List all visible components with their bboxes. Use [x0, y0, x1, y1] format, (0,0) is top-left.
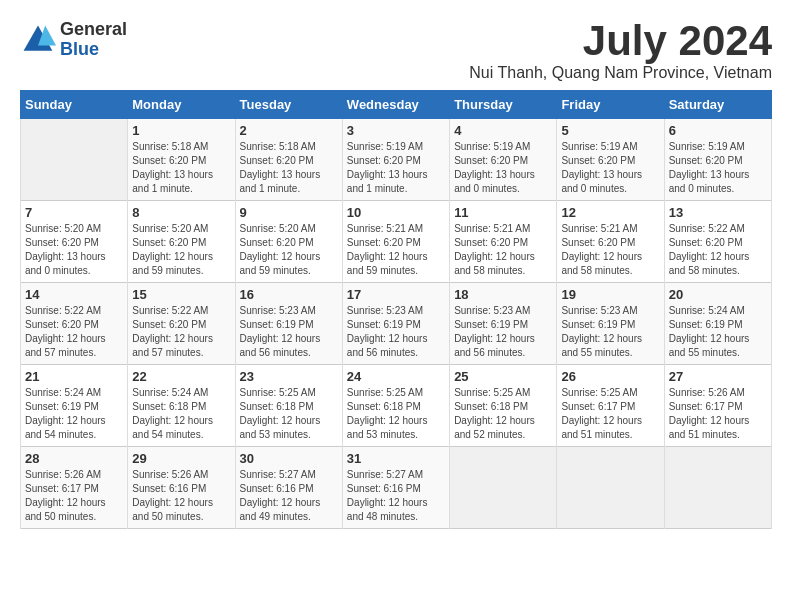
day-info: Sunrise: 5:21 AMSunset: 6:20 PMDaylight:… — [561, 222, 659, 278]
calendar-day-cell: 26Sunrise: 5:25 AMSunset: 6:17 PMDayligh… — [557, 365, 664, 447]
weekday-header: Tuesday — [235, 91, 342, 119]
calendar-week-row: 1Sunrise: 5:18 AMSunset: 6:20 PMDaylight… — [21, 119, 772, 201]
calendar-day-cell — [664, 447, 771, 529]
weekday-header: Wednesday — [342, 91, 449, 119]
day-info: Sunrise: 5:20 AMSunset: 6:20 PMDaylight:… — [240, 222, 338, 278]
day-info: Sunrise: 5:24 AMSunset: 6:18 PMDaylight:… — [132, 386, 230, 442]
day-number: 4 — [454, 123, 552, 138]
day-info: Sunrise: 5:19 AMSunset: 6:20 PMDaylight:… — [347, 140, 445, 196]
day-number: 30 — [240, 451, 338, 466]
day-info: Sunrise: 5:26 AMSunset: 6:16 PMDaylight:… — [132, 468, 230, 524]
day-number: 15 — [132, 287, 230, 302]
logo: General Blue — [20, 20, 127, 60]
day-info: Sunrise: 5:24 AMSunset: 6:19 PMDaylight:… — [25, 386, 123, 442]
day-info: Sunrise: 5:18 AMSunset: 6:20 PMDaylight:… — [240, 140, 338, 196]
calendar-day-cell: 19Sunrise: 5:23 AMSunset: 6:19 PMDayligh… — [557, 283, 664, 365]
day-info: Sunrise: 5:20 AMSunset: 6:20 PMDaylight:… — [132, 222, 230, 278]
logo-blue: Blue — [60, 40, 127, 60]
day-number: 6 — [669, 123, 767, 138]
day-number: 7 — [25, 205, 123, 220]
calendar-table: SundayMondayTuesdayWednesdayThursdayFrid… — [20, 90, 772, 529]
calendar-day-cell: 14Sunrise: 5:22 AMSunset: 6:20 PMDayligh… — [21, 283, 128, 365]
calendar-day-cell: 13Sunrise: 5:22 AMSunset: 6:20 PMDayligh… — [664, 201, 771, 283]
calendar-day-cell: 7Sunrise: 5:20 AMSunset: 6:20 PMDaylight… — [21, 201, 128, 283]
logo-icon — [20, 22, 56, 58]
calendar-day-cell: 18Sunrise: 5:23 AMSunset: 6:19 PMDayligh… — [450, 283, 557, 365]
weekday-header: Sunday — [21, 91, 128, 119]
day-number: 10 — [347, 205, 445, 220]
day-info: Sunrise: 5:26 AMSunset: 6:17 PMDaylight:… — [669, 386, 767, 442]
calendar-day-cell — [557, 447, 664, 529]
weekday-header: Thursday — [450, 91, 557, 119]
calendar-day-cell: 15Sunrise: 5:22 AMSunset: 6:20 PMDayligh… — [128, 283, 235, 365]
calendar-week-row: 21Sunrise: 5:24 AMSunset: 6:19 PMDayligh… — [21, 365, 772, 447]
day-number: 22 — [132, 369, 230, 384]
day-info: Sunrise: 5:19 AMSunset: 6:20 PMDaylight:… — [669, 140, 767, 196]
calendar-body: 1Sunrise: 5:18 AMSunset: 6:20 PMDaylight… — [21, 119, 772, 529]
day-info: Sunrise: 5:21 AMSunset: 6:20 PMDaylight:… — [454, 222, 552, 278]
weekday-header: Saturday — [664, 91, 771, 119]
day-number: 31 — [347, 451, 445, 466]
logo-text: General Blue — [60, 20, 127, 60]
day-info: Sunrise: 5:22 AMSunset: 6:20 PMDaylight:… — [25, 304, 123, 360]
calendar-week-row: 7Sunrise: 5:20 AMSunset: 6:20 PMDaylight… — [21, 201, 772, 283]
day-info: Sunrise: 5:23 AMSunset: 6:19 PMDaylight:… — [454, 304, 552, 360]
weekday-header: Monday — [128, 91, 235, 119]
calendar-day-cell — [21, 119, 128, 201]
calendar-week-row: 14Sunrise: 5:22 AMSunset: 6:20 PMDayligh… — [21, 283, 772, 365]
calendar-day-cell: 12Sunrise: 5:21 AMSunset: 6:20 PMDayligh… — [557, 201, 664, 283]
calendar-day-cell: 8Sunrise: 5:20 AMSunset: 6:20 PMDaylight… — [128, 201, 235, 283]
day-number: 13 — [669, 205, 767, 220]
calendar-week-row: 28Sunrise: 5:26 AMSunset: 6:17 PMDayligh… — [21, 447, 772, 529]
day-info: Sunrise: 5:23 AMSunset: 6:19 PMDaylight:… — [561, 304, 659, 360]
calendar-day-cell: 29Sunrise: 5:26 AMSunset: 6:16 PMDayligh… — [128, 447, 235, 529]
calendar-day-cell: 30Sunrise: 5:27 AMSunset: 6:16 PMDayligh… — [235, 447, 342, 529]
day-number: 29 — [132, 451, 230, 466]
day-info: Sunrise: 5:24 AMSunset: 6:19 PMDaylight:… — [669, 304, 767, 360]
calendar-day-cell: 22Sunrise: 5:24 AMSunset: 6:18 PMDayligh… — [128, 365, 235, 447]
calendar-day-cell: 17Sunrise: 5:23 AMSunset: 6:19 PMDayligh… — [342, 283, 449, 365]
day-number: 9 — [240, 205, 338, 220]
calendar-day-cell: 31Sunrise: 5:27 AMSunset: 6:16 PMDayligh… — [342, 447, 449, 529]
day-info: Sunrise: 5:18 AMSunset: 6:20 PMDaylight:… — [132, 140, 230, 196]
day-info: Sunrise: 5:25 AMSunset: 6:18 PMDaylight:… — [240, 386, 338, 442]
day-number: 2 — [240, 123, 338, 138]
calendar-day-cell: 10Sunrise: 5:21 AMSunset: 6:20 PMDayligh… — [342, 201, 449, 283]
calendar-day-cell: 2Sunrise: 5:18 AMSunset: 6:20 PMDaylight… — [235, 119, 342, 201]
calendar-day-cell: 23Sunrise: 5:25 AMSunset: 6:18 PMDayligh… — [235, 365, 342, 447]
calendar-header: SundayMondayTuesdayWednesdayThursdayFrid… — [21, 91, 772, 119]
page-header: General Blue July 2024 Nui Thanh, Quang … — [20, 20, 772, 82]
day-number: 19 — [561, 287, 659, 302]
day-number: 24 — [347, 369, 445, 384]
day-info: Sunrise: 5:21 AMSunset: 6:20 PMDaylight:… — [347, 222, 445, 278]
calendar-day-cell: 27Sunrise: 5:26 AMSunset: 6:17 PMDayligh… — [664, 365, 771, 447]
calendar-day-cell: 28Sunrise: 5:26 AMSunset: 6:17 PMDayligh… — [21, 447, 128, 529]
day-info: Sunrise: 5:22 AMSunset: 6:20 PMDaylight:… — [132, 304, 230, 360]
calendar-day-cell: 6Sunrise: 5:19 AMSunset: 6:20 PMDaylight… — [664, 119, 771, 201]
day-info: Sunrise: 5:19 AMSunset: 6:20 PMDaylight:… — [561, 140, 659, 196]
day-number: 17 — [347, 287, 445, 302]
day-info: Sunrise: 5:25 AMSunset: 6:18 PMDaylight:… — [454, 386, 552, 442]
day-number: 12 — [561, 205, 659, 220]
day-number: 23 — [240, 369, 338, 384]
day-number: 8 — [132, 205, 230, 220]
calendar-day-cell: 25Sunrise: 5:25 AMSunset: 6:18 PMDayligh… — [450, 365, 557, 447]
calendar-day-cell: 21Sunrise: 5:24 AMSunset: 6:19 PMDayligh… — [21, 365, 128, 447]
weekday-row: SundayMondayTuesdayWednesdayThursdayFrid… — [21, 91, 772, 119]
calendar-day-cell: 11Sunrise: 5:21 AMSunset: 6:20 PMDayligh… — [450, 201, 557, 283]
day-info: Sunrise: 5:19 AMSunset: 6:20 PMDaylight:… — [454, 140, 552, 196]
calendar-day-cell: 4Sunrise: 5:19 AMSunset: 6:20 PMDaylight… — [450, 119, 557, 201]
calendar-day-cell: 20Sunrise: 5:24 AMSunset: 6:19 PMDayligh… — [664, 283, 771, 365]
day-number: 21 — [25, 369, 123, 384]
day-info: Sunrise: 5:27 AMSunset: 6:16 PMDaylight:… — [347, 468, 445, 524]
day-info: Sunrise: 5:22 AMSunset: 6:20 PMDaylight:… — [669, 222, 767, 278]
location-title: Nui Thanh, Quang Nam Province, Vietnam — [469, 64, 772, 82]
day-number: 3 — [347, 123, 445, 138]
calendar-day-cell: 5Sunrise: 5:19 AMSunset: 6:20 PMDaylight… — [557, 119, 664, 201]
day-number: 18 — [454, 287, 552, 302]
day-info: Sunrise: 5:26 AMSunset: 6:17 PMDaylight:… — [25, 468, 123, 524]
calendar-day-cell: 24Sunrise: 5:25 AMSunset: 6:18 PMDayligh… — [342, 365, 449, 447]
day-number: 20 — [669, 287, 767, 302]
day-number: 14 — [25, 287, 123, 302]
day-number: 11 — [454, 205, 552, 220]
